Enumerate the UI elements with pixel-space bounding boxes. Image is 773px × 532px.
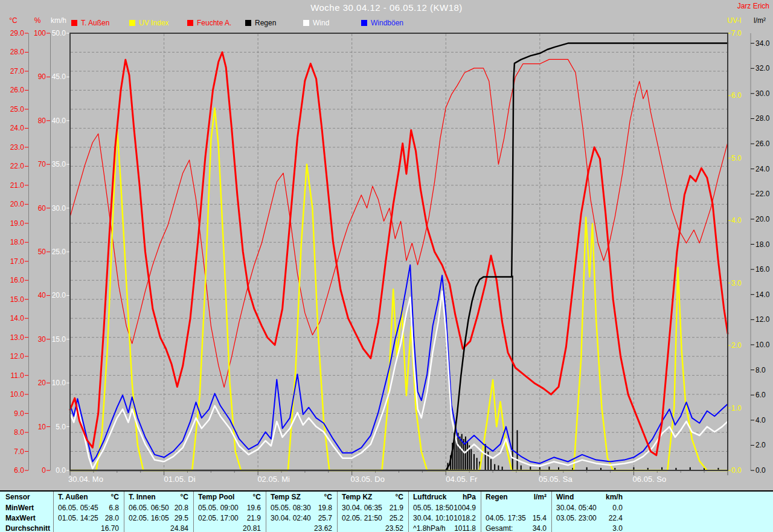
legend-item-5: Windböen bbox=[361, 19, 419, 27]
axis-tick-label: 45.0 bbox=[52, 72, 66, 81]
page-title: Woche 30.04.12 - 06.05.12 (KW18) bbox=[0, 2, 773, 13]
max-cell: 04.05. 17:3515.4 bbox=[481, 513, 551, 523]
axis-tick-label: 25.0 bbox=[52, 248, 66, 256]
max-cell: 02.05. 16:0529.5 bbox=[124, 513, 193, 523]
axis-tick-label: 10.0 bbox=[10, 390, 25, 399]
axis-tick-label: 9.0 bbox=[14, 409, 24, 418]
avg-cell: Gesamt:34.0 bbox=[481, 523, 551, 532]
axis-tick-label: 34.0 bbox=[755, 39, 770, 48]
axis-tick-label: 35.0 bbox=[52, 160, 66, 168]
axis-tick-label: 20 bbox=[38, 379, 47, 387]
axis-tick-label: 70 bbox=[38, 160, 47, 168]
table-row: MinWert06.05. 05:456.806.05. 06:5020.805… bbox=[0, 502, 773, 513]
table-filler bbox=[627, 523, 773, 532]
sensor-header: LuftdruckhPa bbox=[408, 492, 481, 502]
axis-tick-label: 6.0 bbox=[755, 391, 766, 399]
axis-tick-label: 16.0 bbox=[10, 276, 25, 284]
avg-cell: 23.62 bbox=[266, 523, 337, 532]
day-label: 06.05. So bbox=[633, 475, 667, 484]
axis-tick-label: 40 bbox=[38, 291, 47, 300]
axis-tick-label: 24.0 bbox=[755, 165, 770, 173]
axis-tick-label: 5.0 bbox=[56, 423, 66, 431]
axis-tick-label: 6.0 bbox=[14, 466, 24, 475]
axis-tick-label: 20.0 bbox=[10, 200, 25, 208]
axis-tick-label: 100 bbox=[34, 29, 46, 37]
series-uv_index bbox=[70, 108, 728, 470]
legend-swatch bbox=[71, 20, 77, 26]
legend-item-0: T. Außen bbox=[71, 19, 129, 27]
axis-tick-label: 50.0 bbox=[52, 29, 66, 37]
legend-label: Regen bbox=[255, 19, 276, 27]
axis-hum: 1009080706050403020100% bbox=[34, 16, 51, 475]
axis-tick-label: 28.0 bbox=[755, 114, 770, 123]
table-filler bbox=[627, 502, 773, 513]
series-windboeen bbox=[70, 265, 728, 464]
min-cell: 06.05. 05:456.8 bbox=[53, 502, 124, 513]
axis-tick-label: 30.0 bbox=[755, 89, 770, 98]
day-label: 02.05. Mi bbox=[257, 475, 290, 484]
avg-cell: 24.84 bbox=[124, 523, 193, 532]
axis-tick-label: 25.0 bbox=[10, 105, 25, 114]
min-cell: 05.05. 18:501004.9 bbox=[408, 502, 481, 513]
max-cell: 02.05. 21:5025.2 bbox=[337, 513, 408, 523]
avg-cell: 20.81 bbox=[193, 523, 266, 532]
axis-unit-label: % bbox=[34, 16, 41, 25]
legend-item-3: Regen bbox=[245, 19, 303, 27]
avg-cell: ^1.8hPa/h1011.8 bbox=[408, 523, 481, 532]
row-label: MaxWert bbox=[0, 513, 53, 523]
stats-table: SensorT. Außen°CT. Innen°CTemp Pool°CTem… bbox=[0, 490, 773, 532]
axis-unit-label: UV-I bbox=[727, 16, 741, 25]
legend-item-1: UV Index bbox=[129, 19, 187, 27]
axis-tick-label: 28.0 bbox=[10, 48, 25, 56]
axis-tick-label: 14.0 bbox=[755, 290, 770, 299]
axis-temp: 29.028.027.026.025.024.023.022.021.020.0… bbox=[9, 16, 28, 475]
sensor-header: Windkm/h bbox=[551, 492, 627, 502]
axis-tick-label: 8.0 bbox=[14, 428, 24, 437]
axis-unit-label: l/m² bbox=[754, 16, 766, 25]
legend: T. AußenUV IndexFeuchte A.RegenWindWindb… bbox=[71, 19, 419, 27]
day-label: 01.05. Di bbox=[164, 475, 196, 484]
axis-tick-label: 6.0 bbox=[731, 91, 742, 100]
table-row: Durchschnitt16.7024.8420.8123.6223.52^1.… bbox=[0, 523, 773, 532]
weather-chart-panel: 29.028.027.026.025.024.023.022.021.020.0… bbox=[0, 0, 773, 490]
row-label: Sensor bbox=[0, 492, 53, 502]
legend-label: T. Außen bbox=[81, 19, 109, 27]
avg-cell: 16.70 bbox=[53, 523, 124, 532]
axis-tick-label: 50 bbox=[38, 248, 47, 256]
axis-tick-label: 5.0 bbox=[731, 154, 742, 162]
axis-tick-label: 20.0 bbox=[755, 215, 770, 223]
table-row: SensorT. Außen°CT. Innen°CTemp Pool°CTem… bbox=[0, 492, 773, 502]
axis-tick-label: 10 bbox=[38, 423, 47, 431]
axis-tick-label: 32.0 bbox=[755, 64, 770, 72]
min-cell: 06.05. 06:5020.8 bbox=[124, 502, 193, 513]
axis-tick-label: 19.0 bbox=[10, 219, 25, 228]
axis-tick-label: 22.0 bbox=[10, 162, 25, 170]
axis-tick-label: 40.0 bbox=[52, 117, 66, 125]
series-t_aussen bbox=[70, 53, 728, 455]
max-cell: 03.05. 23:0022.4 bbox=[551, 513, 627, 523]
axis-tick-label: 10.0 bbox=[52, 379, 66, 387]
axis-tick-label: 2.0 bbox=[731, 341, 742, 350]
series-regen bbox=[70, 43, 728, 470]
day-label: 05.05. Sa bbox=[539, 475, 573, 484]
axis-tick-label: 22.0 bbox=[755, 190, 770, 198]
axis-tick-label: 7.0 bbox=[731, 29, 742, 37]
axis-tick-label: 4.0 bbox=[755, 416, 766, 425]
legend-item-2: Feuchte A. bbox=[187, 19, 245, 27]
min-cell: 05.05. 08:3019.8 bbox=[266, 502, 337, 513]
author-label: Jarz Erich bbox=[737, 2, 769, 10]
axis-tick-label: 11.0 bbox=[11, 371, 25, 380]
axis-tick-label: 26.0 bbox=[755, 139, 770, 148]
day-label: 04.05. Fr bbox=[446, 475, 478, 484]
axis-tick-label: 7.0 bbox=[14, 447, 24, 456]
axis-tick-label: 0.0 bbox=[755, 466, 766, 475]
x-axis: 30.04. Mo01.05. Di02.05. Mi03.05. Do04.0… bbox=[68, 470, 728, 484]
sensor-header: T. Innen°C bbox=[124, 492, 193, 502]
axis-tick-label: 16.0 bbox=[755, 265, 770, 274]
axis-tick-label: 10.0 bbox=[755, 341, 770, 349]
legend-swatch bbox=[303, 20, 309, 26]
axis-tick-label: 18.0 bbox=[755, 240, 770, 249]
sensor-header: Regenl/m² bbox=[481, 492, 551, 502]
axis-rain: 34.032.030.028.026.024.022.020.018.016.0… bbox=[751, 16, 770, 475]
legend-label: Feuchte A. bbox=[197, 19, 231, 27]
